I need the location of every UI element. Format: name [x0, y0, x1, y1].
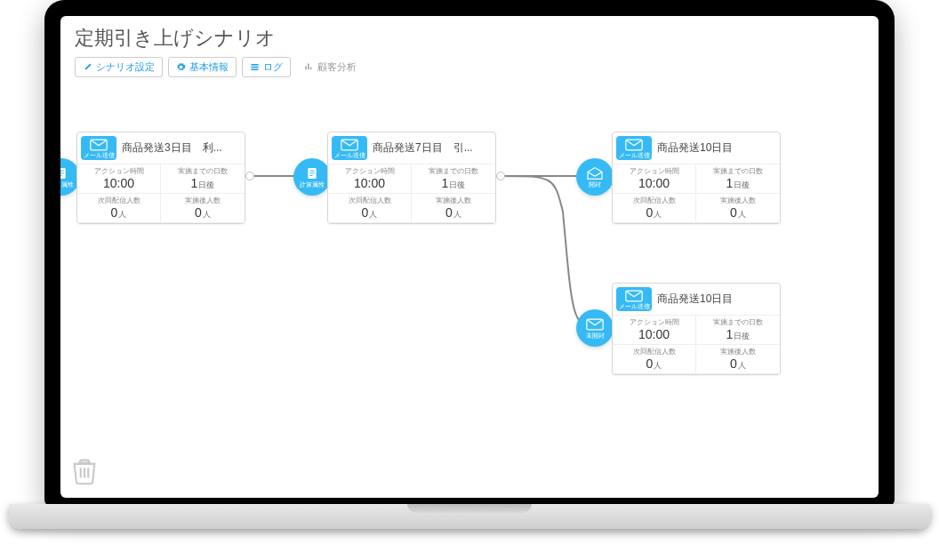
flow-node-3[interactable]: メール送信 商品発送10日目 アクション時間10:00 実施までの日数1日後 次…	[612, 132, 781, 224]
pencil-icon	[83, 62, 92, 72]
mail-icon	[625, 139, 643, 151]
svg-rect-7	[309, 172, 314, 173]
toolbar: シナリオ設定 基本情報 ログ 顧客分析	[75, 57, 864, 77]
chart-icon	[304, 62, 314, 72]
list-icon	[250, 62, 260, 72]
gear-icon	[176, 62, 186, 72]
scenario-canvas[interactable]: 計算属性 メール送信 商品発送3日目 利... アクション時間10:00 実施ま…	[60, 78, 879, 498]
flow-node-2[interactable]: メール送信 商品発送7日目 引... アクション時間10:00 実施までの日数1…	[327, 132, 496, 224]
node-title: 商品発送7日目 引...	[373, 140, 490, 156]
mail-icon	[586, 317, 604, 332]
node-title: 商品発送10日目	[657, 292, 774, 307]
scenario-settings-button[interactable]: シナリオ設定	[75, 57, 163, 77]
port-label: 未開封	[586, 332, 605, 339]
flow-node-4[interactable]: メール送信 商品発送10日目 アクション時間10:00 実施までの日数1日後 次…	[612, 283, 781, 375]
page-title: 定期引き上げシナリオ	[75, 25, 864, 52]
basic-info-button[interactable]: 基本情報	[168, 57, 237, 77]
node-output-dot[interactable]	[496, 172, 505, 180]
trash-icon	[69, 455, 100, 485]
customer-analytics-button: 顧客分析	[296, 57, 365, 77]
port-label: 計算属性	[300, 181, 325, 188]
port-calc-2[interactable]: 計算属性	[293, 158, 331, 196]
mail-badge: メール送信	[332, 136, 367, 160]
mail-icon	[90, 139, 108, 151]
port-open[interactable]: 開封	[576, 158, 614, 196]
log-button[interactable]: ログ	[242, 57, 291, 77]
document-icon	[303, 166, 321, 180]
svg-rect-6	[309, 171, 314, 172]
customer-analytics-label: 顧客分析	[317, 60, 357, 74]
svg-rect-8	[309, 175, 312, 176]
port-unopen[interactable]: 未開封	[576, 309, 614, 347]
document-icon	[60, 166, 70, 180]
node-title: 商品発送3日目 利...	[122, 140, 239, 156]
trash-button[interactable]	[69, 455, 100, 489]
mail-badge: メール送信	[81, 136, 116, 160]
svg-rect-3	[60, 175, 62, 176]
app-screen: 定期引き上げシナリオ シナリオ設定 基本情報 ログ 顧客分析	[60, 16, 879, 498]
log-label: ログ	[263, 60, 283, 74]
flow-node-1[interactable]: メール送信 商品発送3日目 利... アクション時間10:00 実施までの日数1…	[76, 132, 245, 224]
port-label: 開封	[589, 181, 601, 188]
mail-badge: メール送信	[616, 136, 652, 160]
basic-info-label: 基本情報	[189, 60, 229, 74]
mail-badge: メール送信	[616, 287, 652, 311]
svg-rect-2	[60, 172, 64, 173]
port-label: 計算属性	[60, 181, 74, 188]
node-title: 商品発送10日目	[657, 140, 774, 156]
svg-rect-1	[60, 171, 64, 172]
mail-icon	[625, 290, 643, 302]
node-output-dot[interactable]	[245, 172, 254, 180]
mail-open-icon	[586, 166, 604, 180]
mail-icon	[341, 139, 358, 151]
scenario-settings-label: シナリオ設定	[96, 60, 155, 74]
